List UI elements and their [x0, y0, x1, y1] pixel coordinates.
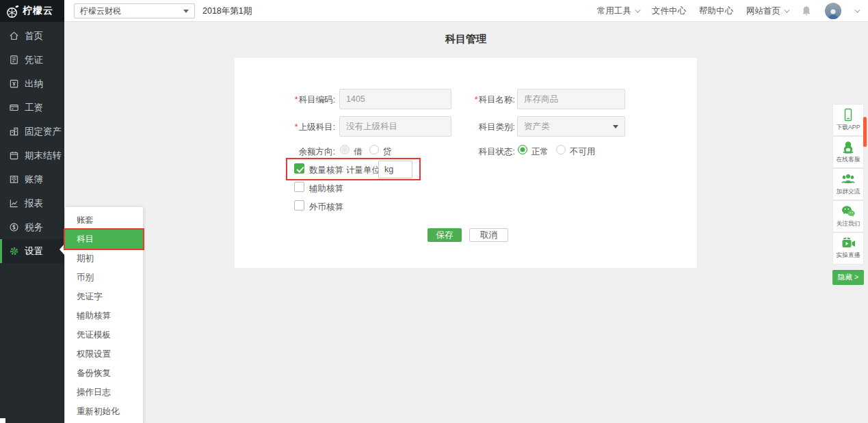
- submenu-item-reinitialize[interactable]: 重新初始化: [65, 402, 143, 421]
- unit-label: 计量单位:: [346, 165, 382, 176]
- auxiliary-accounting-label[interactable]: 辅助核算: [309, 183, 343, 195]
- hide-panel-button[interactable]: 隐藏 >: [832, 270, 864, 285]
- submenu-item-currency[interactable]: 币别: [65, 268, 143, 287]
- chevron-down-icon: [784, 7, 789, 12]
- sidebar-item-tax[interactable]: 税务: [0, 215, 64, 239]
- calendar-icon: [9, 150, 19, 161]
- sidebar-item-fixed-assets[interactable]: 固定资产: [0, 120, 64, 144]
- subject-category-value: 资产类: [524, 121, 550, 133]
- required-mark: *: [295, 95, 298, 105]
- direction-debit-option[interactable]: 借: [354, 146, 363, 158]
- tax-coin-icon: [9, 222, 19, 232]
- submenu-item-account-set[interactable]: 账套: [65, 210, 143, 230]
- float-join-group[interactable]: 加群交流: [832, 168, 864, 200]
- live-video-icon: [841, 237, 856, 249]
- direction-debit-radio[interactable]: [340, 145, 350, 154]
- unit-input[interactable]: [378, 161, 412, 178]
- sidebar-item-settings[interactable]: 设置: [0, 239, 64, 263]
- chevron-down-icon[interactable]: [854, 7, 860, 12]
- subject-form-card: [235, 58, 697, 268]
- sidebar-item-cashier[interactable]: 出纳: [0, 72, 64, 96]
- sidebar-item-salary[interactable]: 工资: [0, 96, 64, 120]
- menu-file-center[interactable]: 文件中心: [652, 5, 686, 17]
- subject-name-label: *科目名称:: [433, 94, 515, 106]
- subject-category-label: 科目类别:: [433, 122, 515, 133]
- submenu-item-operation-log[interactable]: 操作日志: [65, 383, 143, 402]
- sidebar-item-home[interactable]: 首页: [0, 24, 64, 48]
- sidebar-item-voucher[interactable]: 凭证: [0, 48, 64, 72]
- group-icon: [841, 173, 856, 186]
- subject-code-label: *科目编码:: [253, 94, 335, 106]
- sidebar-item-period-end[interactable]: 期末结转: [0, 144, 64, 167]
- scrollbar-corner: [0, 418, 5, 423]
- phone-icon: [843, 108, 854, 122]
- voucher-icon: [9, 55, 19, 65]
- building-icon: [9, 126, 19, 137]
- menu-common-tools[interactable]: 常用工具: [597, 5, 639, 17]
- salary-card-icon: [9, 103, 19, 113]
- page-title: 科目管理: [235, 33, 697, 46]
- lemon-logo-icon: [6, 4, 19, 18]
- float-online-service[interactable]: 在线客服: [832, 136, 864, 168]
- menu-help-center[interactable]: 帮助中心: [699, 5, 733, 17]
- subject-category-select[interactable]: 资产类: [517, 116, 625, 137]
- chart-icon: [9, 198, 19, 208]
- submenu-item-auxiliary[interactable]: 辅助核算: [65, 306, 143, 325]
- foreign-currency-checkbox[interactable]: [294, 200, 304, 210]
- wechat-icon: [841, 205, 856, 218]
- top-bar: 柠檬云 柠檬云财税 2018年第1期 常用工具 文件中心 帮助中心 网站首页: [0, 0, 868, 22]
- accounting-period: 2018年第1期: [202, 0, 252, 22]
- app-logo[interactable]: 柠檬云: [0, 0, 64, 22]
- cancel-button[interactable]: 取消: [469, 228, 508, 242]
- top-right-menu: 常用工具 文件中心 帮助中心 网站首页: [597, 0, 858, 22]
- submenu-item-subjects[interactable]: 科目: [65, 230, 143, 249]
- user-avatar[interactable]: [825, 3, 841, 19]
- submenu-pointer-arrow: [60, 243, 65, 256]
- status-normal-option[interactable]: 正常: [531, 146, 549, 158]
- foreign-currency-label[interactable]: 外币核算: [309, 202, 343, 213]
- status-disabled-option[interactable]: 不可用: [570, 146, 596, 158]
- direction-credit-radio[interactable]: [369, 145, 379, 154]
- account-set-value: 柠檬云财税: [80, 5, 121, 17]
- save-button[interactable]: 保存: [428, 228, 462, 242]
- cashier-icon: [9, 79, 19, 89]
- qq-service-icon: [841, 140, 855, 154]
- sidebar-item-ledger[interactable]: 账簿: [0, 167, 64, 191]
- ledger-book-icon: [9, 174, 19, 185]
- sidebar-nav: 首页 凭证 出纳 工资 固定资产 期末结转 账簿 报表: [0, 22, 64, 423]
- quantity-accounting-label[interactable]: 数量核算: [309, 165, 343, 176]
- balance-direction-label: 余额方向:: [253, 146, 335, 158]
- status-normal-radio[interactable]: [518, 145, 527, 154]
- notification-bell-icon[interactable]: [801, 5, 812, 17]
- submenu-item-opening-balance[interactable]: 期初: [65, 249, 143, 268]
- chevron-down-icon: [613, 125, 618, 128]
- account-set-select[interactable]: 柠檬云财税: [74, 3, 195, 18]
- float-download-app[interactable]: 下载APP: [832, 104, 864, 136]
- sidebar-item-reports[interactable]: 报表: [0, 191, 64, 215]
- required-mark: *: [475, 95, 478, 105]
- submenu-item-voucher-word[interactable]: 凭证字: [65, 287, 143, 306]
- home-icon: [9, 31, 19, 41]
- submenu-item-voucher-template[interactable]: 凭证模板: [65, 325, 143, 344]
- subject-status-label: 科目状态:: [433, 146, 515, 158]
- quantity-accounting-checkbox[interactable]: [294, 163, 304, 174]
- required-mark: *: [295, 122, 298, 132]
- chevron-down-icon: [183, 10, 189, 13]
- logo-text: 柠檬云: [23, 5, 53, 17]
- scrollbar-thumb[interactable]: [863, 117, 867, 147]
- person-silhouette-icon: [827, 8, 839, 19]
- subject-name-input[interactable]: [517, 89, 625, 109]
- submenu-item-backup-restore[interactable]: 备份恢复: [65, 364, 143, 383]
- settings-submenu: 账套 科目 期初 币别 凭证字 辅助核算 凭证模板 权限设置 备份恢复 操作日志…: [65, 207, 143, 423]
- direction-credit-option[interactable]: 贷: [383, 146, 392, 158]
- auxiliary-accounting-checkbox[interactable]: [294, 182, 304, 192]
- parent-subject-label: *上级科目:: [253, 122, 335, 133]
- app-page: 柠檬云 柠檬云财税 2018年第1期 常用工具 文件中心 帮助中心 网站首页: [0, 0, 868, 423]
- menu-site-home[interactable]: 网站首页: [746, 5, 788, 17]
- gear-icon: [9, 246, 19, 256]
- status-disabled-radio[interactable]: [556, 145, 566, 154]
- float-live-broadcast[interactable]: 实操直播: [832, 232, 864, 264]
- float-follow-us[interactable]: 关注我们: [832, 200, 864, 232]
- chevron-down-icon: [635, 7, 640, 12]
- submenu-item-permissions[interactable]: 权限设置: [65, 344, 143, 364]
